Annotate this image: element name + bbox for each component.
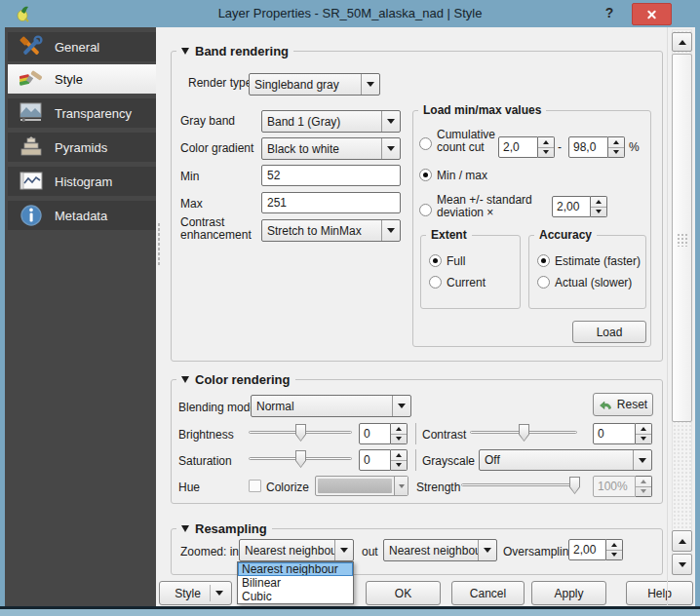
strength-slider[interactable] <box>461 477 580 494</box>
hue-label: Hue <box>178 481 200 494</box>
oversampling-spinbox[interactable]: 2,00 <box>568 539 623 560</box>
grayscale-combo[interactable]: Off <box>479 449 652 471</box>
brightness-spinbox[interactable]: 0 <box>359 423 408 444</box>
scrollbar-up-button[interactable] <box>672 32 692 52</box>
chevron-down-icon[interactable] <box>394 477 408 495</box>
min-input[interactable]: 52 <box>261 165 401 186</box>
resampling-header[interactable]: Resampling <box>176 521 272 536</box>
scrollbar-thumb[interactable] <box>672 54 692 422</box>
slider-handle[interactable] <box>295 424 306 442</box>
contrast-enhancement-label: Contrast enhancement <box>180 216 258 242</box>
color-rendering-header[interactable]: Color rendering <box>176 372 295 387</box>
accuracy-actual-radio[interactable] <box>537 276 550 289</box>
arrow-up-icon <box>679 539 686 544</box>
help-icon[interactable]: ? <box>601 5 618 22</box>
spin-up-icon[interactable] <box>391 424 407 434</box>
gray-band-label: Gray band <box>180 114 235 128</box>
collapse-triangle-icon[interactable] <box>181 376 189 383</box>
spin-up-icon[interactable] <box>606 540 622 550</box>
band-rendering-header[interactable]: Band rendering <box>176 44 293 58</box>
chevron-down-icon[interactable] <box>392 396 410 416</box>
slider-handle[interactable] <box>295 450 306 468</box>
cumulative-low-spinbox[interactable]: 2,0 <box>498 136 555 158</box>
colorize-label: Colorize <box>266 481 309 494</box>
mean-stddev-radio[interactable] <box>419 204 432 216</box>
oversampling-label: Oversampling <box>503 545 575 558</box>
render-type-combo[interactable]: Singleband gray <box>249 73 380 96</box>
saturation-spinbox[interactable]: 0 <box>359 449 408 471</box>
spin-down-icon[interactable] <box>591 207 606 217</box>
minmax-radio[interactable] <box>419 169 432 181</box>
spin-up-icon[interactable] <box>538 137 554 147</box>
sidebar-item-pyramids[interactable]: Pyramids <box>8 133 156 162</box>
contrast-enhancement-combo[interactable]: Stretch to MinMax <box>261 219 401 242</box>
chevron-down-icon[interactable] <box>478 540 496 560</box>
stddev-multiplier-spinbox[interactable]: 2,00 <box>552 196 607 217</box>
render-type-label: Render type <box>188 76 252 90</box>
arrow-up-icon <box>679 40 686 45</box>
reset-button[interactable]: Reset <box>593 393 653 416</box>
spin-down-icon[interactable] <box>636 434 651 444</box>
spin-up-icon[interactable] <box>636 424 651 434</box>
load-button[interactable]: Load <box>572 321 646 343</box>
spin-down-icon[interactable] <box>391 460 407 471</box>
color-gradient-combo[interactable]: Black to white <box>261 137 401 160</box>
gray-band-combo[interactable]: Band 1 (Gray) <box>261 110 401 133</box>
spin-down-icon[interactable] <box>538 147 554 158</box>
spin-up-icon[interactable] <box>608 137 624 147</box>
chevron-down-icon[interactable] <box>361 74 379 95</box>
ok-button[interactable]: OK <box>366 581 441 605</box>
chevron-down-icon[interactable] <box>381 111 400 132</box>
titlebar[interactable]: Layer Properties - SR_50M_alaska_nad | S… <box>0 0 700 27</box>
zoomed-out-combo[interactable]: Nearest neighbour <box>383 539 497 561</box>
accuracy-estimate-radio[interactable] <box>537 254 550 267</box>
help-button[interactable]: Help <box>626 581 693 605</box>
contrast-slider[interactable] <box>470 424 577 442</box>
cumulative-high-spinbox[interactable]: 98,0 <box>568 136 625 158</box>
chevron-down-icon[interactable] <box>334 540 353 560</box>
scrollbar-up-button-bottom[interactable] <box>672 530 692 552</box>
colorize-checkbox[interactable] <box>249 480 261 492</box>
mean-stddev-label: Mean +/- standard deviation × <box>437 194 556 219</box>
sidebar-item-general[interactable]: General <box>8 32 156 61</box>
spin-up-icon[interactable] <box>591 197 606 207</box>
sidebar-item-metadata[interactable]: Metadata <box>8 201 156 230</box>
dropdown-option-cubic[interactable]: Cubic <box>238 590 353 603</box>
brightness-slider[interactable] <box>249 424 352 442</box>
saturation-slider[interactable] <box>249 450 352 468</box>
splitter-handle[interactable] <box>157 222 162 265</box>
chevron-down-icon[interactable] <box>633 450 651 470</box>
chevron-down-icon[interactable] <box>381 138 400 159</box>
zoomed-in-combo[interactable]: Nearest neighbour <box>239 539 354 561</box>
slider-handle[interactable] <box>569 477 580 494</box>
contrast-spinbox[interactable]: 0 <box>593 423 652 444</box>
extent-current-radio[interactable] <box>429 276 442 289</box>
sidebar-item-transparency[interactable]: Transparency <box>8 98 156 128</box>
max-input[interactable]: 251 <box>261 192 401 213</box>
spin-up-icon[interactable] <box>391 450 407 460</box>
collapse-triangle-icon[interactable] <box>181 525 189 532</box>
sidebar-item-style[interactable]: Style <box>8 64 156 94</box>
apply-button[interactable]: Apply <box>531 581 606 605</box>
chevron-down-icon[interactable] <box>381 220 400 241</box>
extent-full-radio[interactable] <box>429 254 442 267</box>
dropdown-option-bilinear[interactable]: Bilinear <box>238 576 353 590</box>
close-button[interactable] <box>632 3 672 25</box>
spin-down-icon[interactable] <box>606 550 622 560</box>
spin-down-icon[interactable] <box>391 434 407 444</box>
transparency-icon <box>18 101 45 125</box>
layer-properties-dialog: Layer Properties - SR_50M_alaska_nad | S… <box>0 0 700 616</box>
dropdown-option-nearest-neighbour[interactable]: Nearest neighbour <box>238 562 353 576</box>
sidebar-item-histogram[interactable]: Histogram <box>8 167 156 196</box>
style-menu-button[interactable]: Style <box>159 581 232 605</box>
scrollbar-down-button[interactable] <box>672 554 692 575</box>
cumulative-count-cut-radio[interactable] <box>419 137 432 150</box>
blending-mode-combo[interactable]: Normal <box>251 395 411 417</box>
spin-down-icon[interactable] <box>608 147 624 158</box>
collapse-triangle-icon[interactable] <box>181 48 189 55</box>
slider-handle[interactable] <box>519 424 529 442</box>
window-title: Layer Properties - SR_50M_alaska_nad | S… <box>0 6 700 20</box>
colorize-color-swatch[interactable] <box>315 476 408 496</box>
cancel-button[interactable]: Cancel <box>451 581 525 605</box>
load-minmax-title: Load min/max values <box>418 103 546 117</box>
